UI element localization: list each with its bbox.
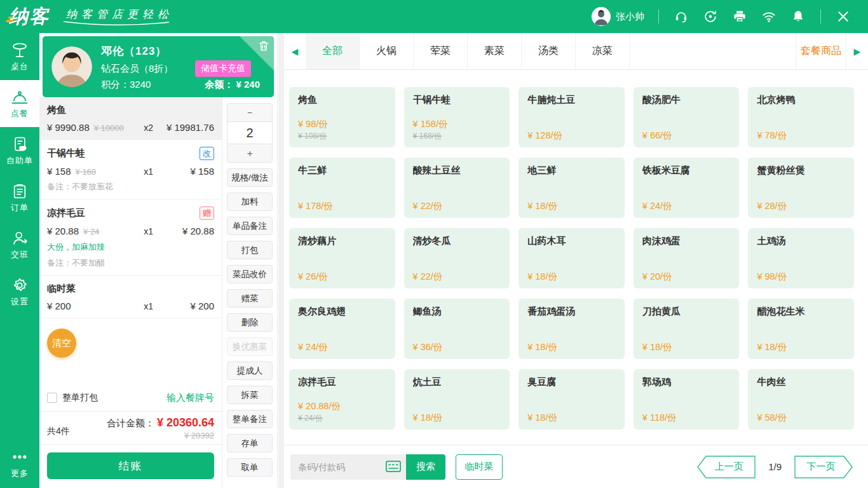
- pack-all-checkbox[interactable]: [47, 393, 57, 403]
- clear-order-button[interactable]: 清空: [47, 329, 76, 358]
- sidebar-item-orders[interactable]: 订单: [0, 174, 39, 221]
- checkout-button[interactable]: 结账: [47, 452, 214, 479]
- action-button[interactable]: 取单: [227, 458, 273, 477]
- service-icon[interactable]: [674, 9, 689, 24]
- sidebar-item-settings[interactable]: 设置: [0, 268, 39, 315]
- menu-item-name: 干锅牛蛙: [413, 94, 501, 106]
- menu-item-name: 炕土豆: [413, 376, 501, 388]
- menu-item-card[interactable]: 牛肉丝¥ 58/份: [748, 369, 854, 430]
- order-item[interactable]: 临时菜¥ 200x1¥ 200: [39, 276, 222, 318]
- menu-item-card[interactable]: 烤鱼¥ 98/份¥ 108/份: [289, 87, 395, 147]
- menu-item-name: 臭豆腐: [527, 376, 616, 388]
- sidebar-item-ordering[interactable]: 点餐: [0, 80, 39, 127]
- action-button[interactable]: 菜品改价: [227, 265, 273, 283]
- search-button[interactable]: 搜索: [406, 454, 445, 480]
- printer-icon[interactable]: [732, 9, 747, 24]
- order-item-note: 备注：不要加醋: [47, 257, 214, 269]
- order-item[interactable]: 烤鱼¥ 9990.88¥ 10000x2¥ 19981.76: [39, 97, 222, 140]
- category-tab[interactable]: 全部: [306, 33, 360, 69]
- menu-item-card[interactable]: 番茄鸡蛋汤¥ 18/份: [519, 299, 625, 359]
- action-button[interactable]: 提成人: [227, 362, 273, 380]
- category-tabs: ◀ 全部火锅荤菜素菜汤类凉菜 套餐商品 ▶: [284, 33, 868, 70]
- trash-icon[interactable]: [257, 39, 270, 52]
- bell-icon[interactable]: [790, 9, 806, 24]
- action-button[interactable]: 整单备注: [227, 410, 273, 428]
- action-button[interactable]: 赠菜: [227, 289, 273, 308]
- sidebar-item-label: 更多: [11, 468, 29, 479]
- action-button[interactable]: 规格/做法: [227, 168, 273, 187]
- menu-item-card[interactable]: 酸汤肥牛¥ 66/份: [634, 87, 740, 147]
- user-avatar[interactable]: [592, 7, 611, 26]
- sync-icon[interactable]: [703, 9, 718, 24]
- action-button[interactable]: 存单: [227, 434, 273, 452]
- sidebar-item-more[interactable]: 更多: [0, 438, 39, 488]
- menu-item-card[interactable]: 奥尔良鸡翅¥ 24/份: [289, 299, 395, 359]
- actions-column: － 2 ＋ 规格/做法加料单品备注打包菜品改价赠菜删除换优惠菜提成人拆菜整单备注…: [222, 97, 277, 488]
- pack-all-label: 整单打包: [62, 392, 98, 403]
- menu-item-price: ¥ 22/份: [413, 200, 501, 212]
- menu-item-card[interactable]: 臭豆腐¥ 18/份: [519, 369, 625, 430]
- prev-page-button[interactable]: 上一页: [697, 456, 756, 478]
- order-item-badge: 赠: [200, 207, 214, 220]
- category-tab[interactable]: 汤类: [522, 33, 576, 69]
- menu-item-card[interactable]: 土鸡汤¥ 98/份: [748, 228, 854, 288]
- slogan: 纳客管店更轻松: [66, 7, 173, 27]
- tabs-scroll-right-icon[interactable]: ▶: [846, 33, 868, 69]
- menu-item-original-price: ¥ 108/份: [298, 131, 386, 142]
- tabs-scroll-left-icon[interactable]: ◀: [284, 33, 306, 69]
- menu-item-card[interactable]: 山药木耳¥ 18/份: [519, 228, 625, 288]
- order-item-note: 备注：不要放葱花: [47, 181, 214, 193]
- menu-item-card[interactable]: 清炒藕片¥ 26/份: [289, 228, 395, 288]
- next-page-button[interactable]: 下一页: [794, 456, 853, 478]
- menu-item-price: ¥ 20.88/份: [298, 400, 386, 412]
- wifi-icon[interactable]: [761, 9, 776, 24]
- menu-item-card[interactable]: 地三鲜¥ 18/份: [519, 158, 625, 218]
- table-tag-link[interactable]: 输入餐牌号: [166, 392, 214, 404]
- menu-item-card[interactable]: 醋泡花生米¥ 18/份: [748, 299, 854, 359]
- qty-plus-button[interactable]: ＋: [227, 144, 272, 162]
- menu-item-card[interactable]: 肉沫鸡蛋¥ 20/份: [634, 228, 740, 288]
- menu-item-card[interactable]: 铁板米豆腐¥ 24/份: [634, 158, 740, 218]
- menu-item-card[interactable]: 牛三鲜¥ 178/份: [289, 158, 395, 218]
- menu-item-price: ¥ 18/份: [413, 412, 501, 424]
- order-item[interactable]: 干锅牛蛙改¥ 158¥ 168x1¥ 158备注：不要放葱花: [39, 140, 222, 200]
- category-tab[interactable]: 火锅: [360, 33, 414, 69]
- order-item-original-price: ¥ 168: [76, 167, 97, 177]
- order-item[interactable]: 凉拌毛豆赠¥ 20.88¥ 24x1¥ 20.88大份，加麻加辣备注：不要加醋: [39, 200, 222, 276]
- menu-item-card[interactable]: 凉拌毛豆¥ 20.88/份¥ 24/份: [289, 369, 395, 430]
- sidebar-item-self-order[interactable]: 自助单: [0, 127, 39, 174]
- menu-item-card[interactable]: 干锅牛蛙¥ 158/份¥ 168/份: [404, 87, 510, 147]
- sidebar-item-tables[interactable]: 桌台: [0, 33, 39, 80]
- menu-item-card[interactable]: 炕土豆¥ 18/份: [404, 369, 510, 430]
- temp-dish-button[interactable]: 临时菜: [456, 454, 503, 480]
- close-icon[interactable]: [836, 9, 851, 24]
- order-item-badge: 改: [200, 147, 214, 160]
- tab-combo-products[interactable]: 套餐商品: [796, 33, 846, 69]
- keyboard-icon[interactable]: [386, 461, 401, 473]
- menu-item-card[interactable]: 酸辣土豆丝¥ 22/份: [404, 158, 510, 218]
- action-button[interactable]: 加料: [227, 193, 273, 211]
- menu-item-card[interactable]: 刀拍黄瓜¥ 18/份: [634, 299, 740, 359]
- menu-item-card[interactable]: 牛腩炖土豆¥ 128/份: [519, 87, 625, 147]
- menu-item-card[interactable]: 清炒冬瓜¥ 22/份: [404, 228, 510, 288]
- member-level: 钻石会员（8折）: [101, 63, 173, 75]
- order-item-price: ¥ 200: [47, 301, 71, 311]
- sidebar-item-shift[interactable]: 交班: [0, 221, 39, 268]
- menu-item-card[interactable]: 鲫鱼汤¥ 36/份: [404, 299, 510, 359]
- action-button[interactable]: 删除: [227, 313, 273, 332]
- qty-minus-button[interactable]: －: [227, 104, 272, 122]
- order-item-name: 干锅牛蛙: [47, 147, 85, 159]
- action-button[interactable]: 打包: [227, 241, 273, 259]
- menu-item-card[interactable]: 北京烤鸭¥ 78/份: [748, 87, 854, 147]
- menu-item-name: 郭场鸡: [642, 376, 731, 388]
- divider: [658, 10, 659, 24]
- order-item-name: 临时菜: [47, 283, 76, 295]
- category-tab[interactable]: 荤菜: [414, 33, 468, 69]
- action-button[interactable]: 单品备注: [227, 217, 273, 235]
- category-tab[interactable]: 素菜: [468, 33, 522, 69]
- action-button[interactable]: 拆菜: [227, 386, 273, 404]
- menu-item-card[interactable]: 郭场鸡¥ 118/份: [634, 369, 740, 430]
- category-tab[interactable]: 凉菜: [576, 33, 630, 69]
- menu-item-price: ¥ 66/份: [642, 130, 731, 142]
- menu-item-card[interactable]: 蟹黄粉丝煲¥ 28/份: [748, 158, 854, 218]
